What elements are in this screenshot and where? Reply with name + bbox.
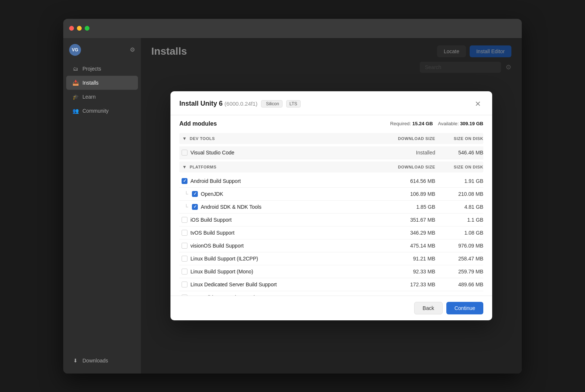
android-sdk-download: 1.85 GB [387, 204, 435, 210]
sidebar-item-label-community: Community [82, 108, 109, 114]
linux-mono-checkbox-area [179, 269, 190, 275]
modal-title-main: Install Unity 6 (6000.0.24f1) [179, 100, 257, 108]
android-sdk-checkbox-area [190, 204, 200, 210]
openjdk-checkbox-area [190, 191, 200, 197]
sidebar-item-downloads[interactable]: ⬇ Downloads [66, 354, 138, 368]
back-button[interactable]: Back [414, 302, 443, 314]
ios-download: 351.67 MB [387, 217, 435, 223]
linux-mono-size: 259.79 MB [435, 269, 483, 275]
sidebar-item-label-installs: Installs [82, 80, 99, 86]
module-row-visionos: visionOS Build Support 475.14 MB 976.09 … [179, 239, 483, 252]
platforms-download-col: DOWNLOAD SIZE [387, 165, 435, 169]
visionos-download: 475.14 MB [387, 243, 435, 249]
close-traffic-light[interactable] [69, 26, 74, 31]
module-row-mac-il2cpp: Mac Build Support (IL2CPP) 568.12 MB 1.7… [179, 291, 483, 296]
module-row-linux-server: Linux Dedicated Server Build Support 172… [179, 278, 483, 291]
section-header-platforms[interactable]: ▼ PLATFORMS DOWNLOAD SIZE SIZE ON DISK [179, 161, 483, 173]
section-header-dev-tools[interactable]: ▼ DEV TOOLS DOWNLOAD SIZE SIZE ON DISK [179, 133, 483, 144]
vscode-checkbox-area [179, 150, 190, 156]
linux-il2cpp-checkbox-area [179, 256, 190, 262]
modal-title-version: (6000.0.24f1) [224, 100, 257, 107]
main-content: Installs Locate Install Editor ⚙ I [141, 38, 522, 374]
tvos-checkbox[interactable] [182, 230, 187, 236]
avatar[interactable]: VG [69, 44, 81, 56]
module-row-tvos: tvOS Build Support 346.29 MB 1.08 GB [179, 226, 483, 239]
linux-server-name: Linux Dedicated Server Build Support [190, 282, 387, 287]
openjdk-checkbox[interactable] [192, 191, 198, 197]
linux-server-checkbox-area [179, 282, 190, 287]
downloads-icon: ⬇ [72, 357, 79, 364]
linux-mono-download: 92.33 MB [387, 269, 435, 275]
openjdk-indent: └ [179, 191, 190, 197]
installs-icon: 📥 [72, 79, 79, 86]
ios-name: iOS Build Support [190, 217, 387, 223]
traffic-lights [69, 26, 89, 31]
linux-il2cpp-checkbox[interactable] [182, 256, 187, 262]
modal-close-button[interactable]: ✕ [473, 99, 483, 109]
linux-server-size: 489.66 MB [435, 282, 483, 287]
tvos-checkbox-area [179, 230, 190, 236]
ios-checkbox[interactable] [182, 217, 187, 223]
tvos-download: 346.29 MB [387, 230, 435, 236]
ios-size: 1.1 GB [435, 217, 483, 223]
modal-title-row: Install Unity 6 (6000.0.24f1) Silicon LT… [179, 100, 301, 108]
lts-badge: LTS [286, 100, 301, 108]
tvos-name: tvOS Build Support [190, 230, 387, 236]
linux-il2cpp-name: Linux Build Support (IL2CPP) [190, 256, 387, 262]
android-sdk-size: 4.81 GB [435, 204, 483, 210]
android-download: 614.56 MB [387, 178, 435, 184]
dev-tools-download-col: DOWNLOAD SIZE [387, 136, 435, 141]
minimize-traffic-light[interactable] [77, 26, 82, 31]
modal-overlay: Install Unity 6 (6000.0.24f1) Silicon LT… [141, 38, 522, 374]
linux-il2cpp-download: 91.21 MB [387, 256, 435, 262]
modal-subheader: Add modules Required: 15.24 GB Available… [170, 115, 492, 131]
vscode-checkbox[interactable] [182, 150, 187, 156]
vscode-installed-label: Installed [387, 150, 435, 156]
required-size: 15.24 GB [412, 121, 433, 126]
module-row-linux-mono: Linux Build Support (Mono) 92.33 MB 259.… [179, 265, 483, 278]
community-icon: 👥 [72, 108, 79, 114]
modal-header: Install Unity 6 (6000.0.24f1) Silicon LT… [170, 91, 492, 115]
sidebar-user-section: VG ⚙ [63, 41, 141, 59]
module-row-linux-il2cpp: Linux Build Support (IL2CPP) 91.21 MB 25… [179, 252, 483, 265]
ios-checkbox-area [179, 217, 190, 223]
sidebar-bottom: ⬇ Downloads [63, 354, 141, 374]
visionos-checkbox-area [179, 243, 190, 249]
android-sdk-checkbox[interactable] [192, 204, 198, 210]
android-sdk-indent: └ [179, 204, 190, 210]
openjdk-name: OpenJDK [200, 191, 387, 197]
learn-icon: 🎓 [72, 93, 79, 100]
vscode-name: Visual Studio Code [190, 150, 387, 156]
openjdk-size: 210.08 MB [435, 191, 483, 197]
sidebar: VG ⚙ 🗂 Projects 📥 Installs 🎓 Learn 👥 Com… [63, 38, 141, 374]
silicon-badge: Silicon [261, 100, 282, 108]
dev-tools-size-col: SIZE ON DISK [435, 136, 483, 141]
android-size: 1.91 GB [435, 178, 483, 184]
linux-server-checkbox[interactable] [182, 282, 187, 287]
dev-tools-section-title: DEV TOOLS [190, 136, 387, 141]
visionos-size: 976.09 MB [435, 243, 483, 249]
continue-button[interactable]: Continue [446, 302, 483, 314]
android-checkbox[interactable] [182, 178, 187, 184]
fullscreen-traffic-light[interactable] [85, 26, 89, 31]
visionos-checkbox[interactable] [182, 243, 187, 249]
modal-body: ▼ DEV TOOLS DOWNLOAD SIZE SIZE ON DISK V… [170, 131, 492, 296]
tvos-size: 1.08 GB [435, 230, 483, 236]
android-name: Android Build Support [190, 178, 387, 184]
storage-info: Required: 15.24 GB Available: 309.19 GB [390, 121, 483, 126]
sidebar-gear-icon[interactable]: ⚙ [130, 46, 135, 53]
android-sdk-name: Android SDK & NDK Tools [200, 204, 387, 210]
sidebar-item-installs[interactable]: 📥 Installs [66, 76, 138, 90]
modal-footer: Back Continue [170, 296, 492, 320]
linux-mono-checkbox[interactable] [182, 269, 187, 275]
linux-mono-name: Linux Build Support (Mono) [190, 269, 387, 275]
module-row-ios: iOS Build Support 351.67 MB 1.1 GB [179, 214, 483, 226]
linux-il2cpp-size: 258.47 MB [435, 256, 483, 262]
sidebar-item-community[interactable]: 👥 Community [66, 104, 138, 118]
sidebar-item-projects[interactable]: 🗂 Projects [66, 62, 138, 76]
app-window: VG ⚙ 🗂 Projects 📥 Installs 🎓 Learn 👥 Com… [63, 19, 522, 374]
platforms-chevron-icon: ▼ [182, 164, 187, 170]
module-row-android: Android Build Support 614.56 MB 1.91 GB [179, 175, 483, 188]
sidebar-item-learn[interactable]: 🎓 Learn [66, 90, 138, 104]
vscode-size: 546.46 MB [435, 150, 483, 156]
